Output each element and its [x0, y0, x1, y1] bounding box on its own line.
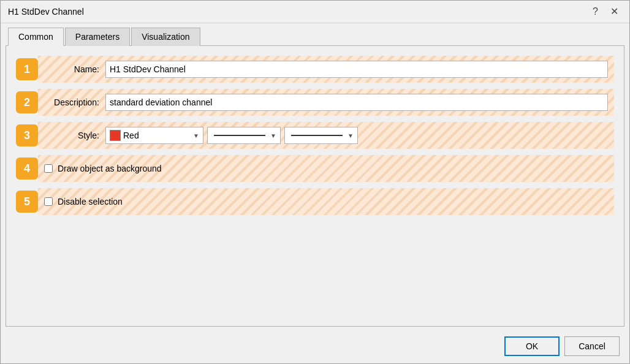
row-number-5: 5 — [16, 191, 38, 213]
description-label: Description: — [44, 97, 99, 107]
tab-bar: Common Parameters Visualization — [1, 23, 629, 45]
row-name: 1 Name: — [16, 56, 614, 83]
name-input[interactable] — [105, 61, 608, 78]
style-label: Style: — [44, 131, 99, 140]
row-content-5: Disable selection — [38, 188, 614, 215]
disable-selection-checkbox[interactable] — [44, 197, 53, 206]
title-bar: H1 StdDev Channel ? ✕ — [1, 1, 629, 23]
cancel-button[interactable]: Cancel — [564, 336, 620, 356]
background-checkbox-row: Draw object as background — [44, 164, 162, 173]
row-number-1: 1 — [16, 58, 38, 80]
color-dropdown[interactable]: Red ▼ — [105, 127, 203, 144]
line-style-dropdown[interactable]: ▼ — [207, 127, 281, 144]
background-checkbox[interactable] — [44, 164, 53, 173]
line-weight-dropdown[interactable]: ▼ — [284, 127, 358, 144]
row-number-4: 4 — [16, 157, 38, 180]
title-bar-buttons: ? ✕ — [589, 6, 622, 18]
row-style: 3 Style: Red ▼ ▼ ▼ — [16, 122, 614, 149]
color-dropdown-arrow: ▼ — [193, 132, 199, 139]
footer: OK Cancel — [1, 332, 629, 363]
row-description: 2 Description: — [16, 89, 614, 116]
row-content-4: Draw object as background — [38, 155, 614, 182]
style-controls: Red ▼ ▼ ▼ — [105, 127, 358, 144]
dialog-title: H1 StdDev Channel — [8, 7, 84, 17]
row-number-3: 3 — [16, 124, 38, 146]
row-background: 4 Draw object as background — [16, 155, 614, 182]
content-area: 1 Name: 2 Description: 3 Style: Re — [6, 45, 624, 327]
color-label: Red — [123, 131, 139, 140]
line-style-preview — [214, 135, 265, 136]
row-content-2: Description: — [38, 89, 614, 116]
line-weight-arrow: ▼ — [347, 132, 354, 139]
disable-selection-checkbox-row: Disable selection — [44, 197, 123, 207]
tab-common[interactable]: Common — [8, 28, 64, 46]
background-label: Draw object as background — [58, 164, 162, 173]
line-weight-preview — [291, 135, 343, 136]
disable-selection-label: Disable selection — [58, 197, 123, 207]
row-content-3: Style: Red ▼ ▼ ▼ — [38, 122, 614, 149]
line-style-arrow: ▼ — [270, 132, 276, 139]
row-content-1: Name: — [38, 56, 614, 83]
tab-parameters[interactable]: Parameters — [65, 28, 130, 46]
help-button[interactable]: ? — [589, 6, 602, 18]
close-button[interactable]: ✕ — [607, 6, 622, 18]
name-label: Name: — [44, 64, 99, 74]
ok-button[interactable]: OK — [504, 336, 560, 356]
dialog: H1 StdDev Channel ? ✕ Common Parameters … — [0, 0, 630, 364]
row-disable-selection: 5 Disable selection — [16, 188, 614, 215]
color-swatch — [110, 130, 121, 141]
row-number-2: 2 — [16, 91, 38, 113]
description-input[interactable] — [105, 94, 608, 111]
tab-visualization[interactable]: Visualization — [131, 28, 200, 46]
